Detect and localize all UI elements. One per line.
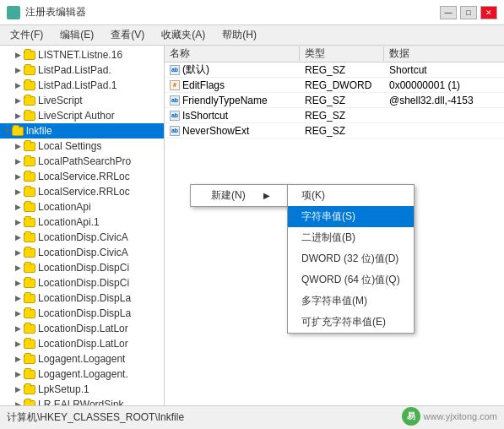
sub-menu-item[interactable]: 二进制值(B) xyxy=(288,227,414,248)
context-menu[interactable]: 新建(N) ▶ xyxy=(190,184,291,207)
ctx-new[interactable]: 新建(N) ▶ xyxy=(191,185,290,206)
sub-menu-item[interactable]: 项(K) xyxy=(288,185,414,206)
sub-menu-item[interactable]: 多字符串值(M) xyxy=(288,291,414,312)
ctx-new-label: 新建(N) xyxy=(211,188,246,203)
sub-menu-item[interactable]: DWORD (32 位)值(D) xyxy=(288,248,414,269)
sub-menu-item[interactable]: 字符串值(S) xyxy=(288,206,414,227)
sub-menu-item[interactable]: QWORD (64 位)值(Q) xyxy=(288,269,414,291)
ctx-new-arrow: ▶ xyxy=(263,191,270,200)
sub-menu-item[interactable]: 可扩充字符串值(E) xyxy=(288,312,414,333)
sub-menu[interactable]: 项(K)字符串值(S)二进制值(B)DWORD (32 位)值(D)QWORD … xyxy=(287,184,415,334)
context-overlay: 新建(N) ▶ 项(K)字符串值(S)二进制值(B)DWORD (32 位)值(… xyxy=(0,0,504,429)
sub-menu-items: 项(K)字符串值(S)二进制值(B)DWORD (32 位)值(D)QWORD … xyxy=(288,185,414,333)
